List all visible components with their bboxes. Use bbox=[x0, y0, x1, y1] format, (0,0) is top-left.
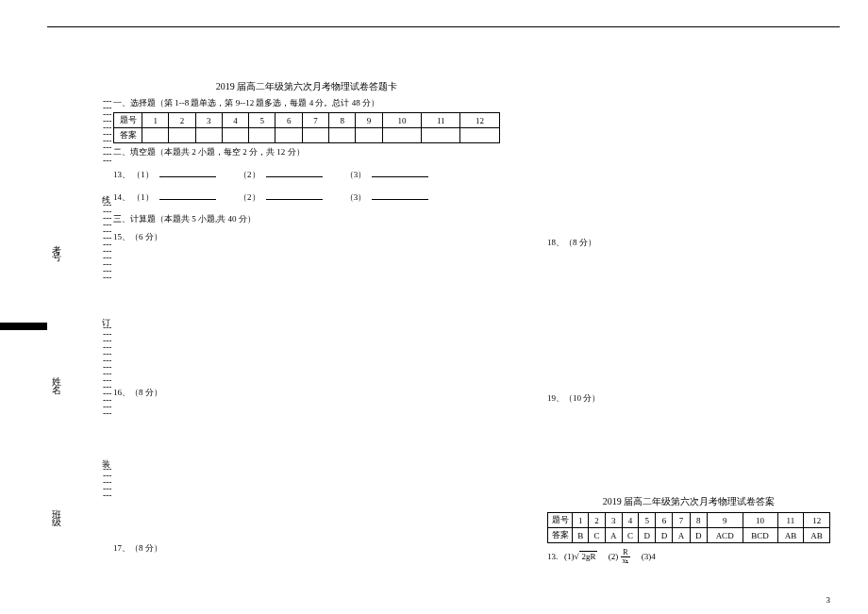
q13-label: 13、 bbox=[113, 170, 130, 179]
ans-cell[interactable] bbox=[302, 128, 328, 143]
ans-cell: AB bbox=[777, 528, 804, 543]
q13-answers: 13. (1)√2gR (2) R x₁ (3)4 bbox=[547, 549, 830, 565]
ans-cell[interactable] bbox=[329, 128, 356, 143]
col-num: 5 bbox=[249, 113, 275, 128]
margin-kaohao: 考号 bbox=[49, 238, 62, 253]
q13ans-sqrt-inner: 2gR bbox=[579, 551, 597, 561]
q13ans-label: 13. bbox=[547, 552, 558, 561]
ans-cell: ACD bbox=[707, 528, 743, 543]
q14-p1: （1） bbox=[132, 192, 154, 202]
col-num: 11 bbox=[422, 113, 460, 128]
ans-cell[interactable] bbox=[356, 128, 382, 143]
col-num: 10 bbox=[382, 113, 422, 128]
frac-den: x₁ bbox=[620, 557, 630, 565]
q14-blank-3[interactable] bbox=[372, 191, 428, 200]
col-num: 12 bbox=[804, 513, 830, 528]
margin-banji: 班级 bbox=[49, 502, 62, 517]
ans-cell[interactable] bbox=[275, 128, 302, 143]
q14-blank-2[interactable] bbox=[266, 191, 323, 200]
black-marker-bar bbox=[0, 323, 47, 330]
col-num: 5 bbox=[639, 513, 656, 528]
col-num: 8 bbox=[329, 113, 356, 128]
col-num: 1 bbox=[142, 113, 169, 128]
answer-key-table: 题号 1 2 3 4 5 6 7 8 9 10 11 12 答案 B C A C… bbox=[547, 512, 830, 543]
col-num: 1 bbox=[573, 513, 589, 528]
ans-cell: D bbox=[639, 528, 656, 543]
right-column: 18、（8 分） 19、（10 分） 2019 届高二年级第六次月考物理试卷答案… bbox=[547, 80, 830, 571]
ans-cell[interactable] bbox=[195, 128, 222, 143]
left-column: 2019 届高二年级第六次月考物理试卷答题卡 一、选择题（第 1--8 题单选，… bbox=[113, 80, 500, 560]
q13ans-frac: R x₁ bbox=[620, 549, 630, 565]
dotted-seg-2: ┆┆┆┆┆┆┆┆┆┆┆┆ bbox=[102, 203, 111, 307]
col-num: 4 bbox=[622, 513, 638, 528]
section-3-heading: 三、计算题（本题共 5 小题,共 40 分） bbox=[113, 213, 500, 225]
dotted-seg-4: ┆┆┆┆┆ bbox=[102, 467, 111, 514]
ans-cell[interactable] bbox=[169, 128, 195, 143]
q13ans-p3: (3)4 bbox=[642, 552, 656, 561]
q19: 19、（10 分） bbox=[547, 392, 830, 405]
q15: 15、（6 分） bbox=[113, 231, 500, 243]
ans-cell[interactable] bbox=[382, 128, 422, 143]
dotted-seg-1: ┆┆┆┆┆┆┆┆┆┆ bbox=[102, 99, 111, 184]
q16: 16、（8 分） bbox=[113, 387, 500, 399]
ans-cell: B bbox=[573, 528, 589, 543]
ans-cell: AB bbox=[804, 528, 830, 543]
ans-cell[interactable] bbox=[460, 128, 500, 143]
ans-cell[interactable] bbox=[249, 128, 275, 143]
q13-blank-3[interactable] bbox=[372, 168, 428, 177]
ans-cell[interactable] bbox=[422, 128, 460, 143]
q13ans-p2-prefix: (2) bbox=[609, 552, 619, 561]
col-num: 7 bbox=[673, 513, 690, 528]
ans-cell: D bbox=[656, 528, 673, 543]
table-row: 答案 B C A C D D A D ACD BCD AB AB bbox=[548, 528, 830, 543]
col-num: 10 bbox=[743, 513, 777, 528]
col-num: 2 bbox=[589, 513, 605, 528]
q14-blank-1[interactable] bbox=[159, 191, 216, 200]
q13-blank-2[interactable] bbox=[266, 168, 323, 177]
table-row: 答案 bbox=[114, 128, 500, 143]
row-label-tihao: 题号 bbox=[548, 513, 573, 528]
col-num: 9 bbox=[356, 113, 382, 128]
section-2-heading: 二、填空题（本题共 2 小题，每空 2 分，共 12 分） bbox=[113, 146, 500, 158]
col-num: 3 bbox=[195, 113, 222, 128]
left-margin: 考号 姓名 班级 bbox=[49, 94, 106, 509]
q14-p2: （2） bbox=[239, 192, 260, 202]
table-row: 题号 1 2 3 4 5 6 7 8 9 10 11 12 bbox=[114, 113, 500, 128]
section-1-heading: 一、选择题（第 1--8 题单选，第 9--12 题多选，每题 4 分。总计 4… bbox=[113, 97, 500, 109]
dotted-seg-3: ┆┆┆┆┆┆┆┆┆┆┆┆┆┆ bbox=[102, 325, 111, 448]
answer-card-table: 题号 1 2 3 4 5 6 7 8 9 10 11 12 答案 bbox=[113, 112, 500, 143]
col-num: 4 bbox=[222, 113, 248, 128]
row-label-tihao: 题号 bbox=[114, 113, 142, 128]
col-num: 6 bbox=[656, 513, 673, 528]
col-num: 7 bbox=[302, 113, 328, 128]
ans-cell[interactable] bbox=[142, 128, 169, 143]
q14-label: 14、 bbox=[113, 192, 130, 202]
ans-cell: BCD bbox=[743, 528, 777, 543]
row-label-daan: 答案 bbox=[114, 128, 142, 143]
col-num: 12 bbox=[460, 113, 500, 128]
page-number: 3 bbox=[826, 595, 831, 605]
q13-p3: （3） bbox=[345, 170, 367, 179]
q13ans-p1-prefix: (1) bbox=[564, 552, 575, 561]
q13-p1: （1） bbox=[132, 170, 154, 179]
q13-p2: （2） bbox=[239, 170, 260, 179]
col-num: 8 bbox=[690, 513, 707, 528]
ans-cell: A bbox=[673, 528, 690, 543]
q17: 17、（8 分） bbox=[113, 542, 500, 555]
q13-row: 13、 （1） （2） （3） bbox=[113, 168, 500, 181]
q13-blank-1[interactable] bbox=[159, 168, 216, 177]
table-row: 题号 1 2 3 4 5 6 7 8 9 10 11 12 bbox=[548, 513, 830, 528]
sqrt-sign: √ bbox=[575, 552, 579, 561]
col-num: 9 bbox=[707, 513, 743, 528]
answer-key-title: 2019 届高二年级第六次月考物理试卷答案 bbox=[547, 495, 830, 508]
ans-cell[interactable] bbox=[222, 128, 248, 143]
ans-cell: C bbox=[622, 528, 638, 543]
ans-cell: C bbox=[589, 528, 605, 543]
answer-card-title: 2019 届高二年级第六次月考物理试卷答题卡 bbox=[113, 80, 500, 93]
col-num: 6 bbox=[275, 113, 302, 128]
col-num: 3 bbox=[605, 513, 622, 528]
q18: 18、（8 分） bbox=[547, 237, 830, 249]
col-num: 2 bbox=[169, 113, 195, 128]
q14-row: 14、 （1） （2） （3） bbox=[113, 191, 500, 204]
ans-cell: D bbox=[690, 528, 707, 543]
